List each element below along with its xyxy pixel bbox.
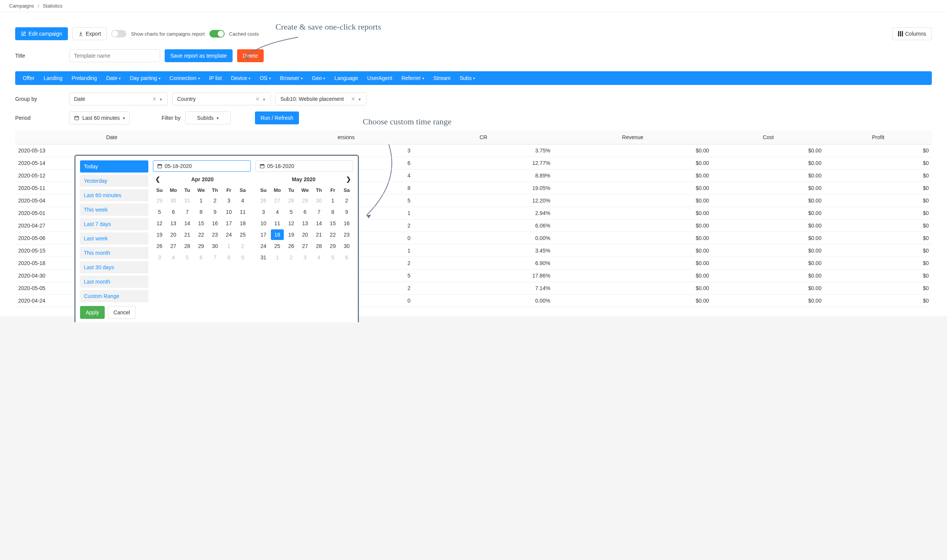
- calendar-day[interactable]: 27: [167, 241, 180, 251]
- table-header[interactable]: Profit: [824, 130, 932, 144]
- calendar-day[interactable]: 6: [167, 207, 180, 217]
- calendar-day[interactable]: 9: [208, 207, 222, 217]
- calendar-day[interactable]: 8: [326, 207, 340, 217]
- calendar-day[interactable]: 4: [271, 207, 284, 217]
- show-charts-toggle[interactable]: [111, 30, 126, 38]
- calendar-day[interactable]: 29: [326, 241, 340, 251]
- tab-connection[interactable]: Connection▾: [170, 75, 200, 81]
- calendar-day[interactable]: 31: [181, 195, 194, 206]
- calendar-day[interactable]: 12: [153, 218, 166, 229]
- calendar-day[interactable]: 26: [257, 195, 270, 206]
- calendar-day[interactable]: 1: [326, 195, 340, 206]
- calendar-day[interactable]: 28: [312, 241, 326, 251]
- date-range-last-week[interactable]: Last week: [80, 232, 148, 245]
- calendar-day[interactable]: 16: [340, 218, 353, 229]
- calendar-day[interactable]: 14: [181, 218, 194, 229]
- date-to-input[interactable]: 05-18-2020: [255, 160, 353, 172]
- calendar-day[interactable]: 18: [236, 218, 249, 229]
- calendar-day[interactable]: 1: [222, 241, 236, 251]
- clear-icon[interactable]: ✕: [152, 96, 157, 102]
- calendar-day[interactable]: 2: [208, 195, 222, 206]
- calendar-day[interactable]: 3: [153, 252, 166, 263]
- calendar-day[interactable]: 30: [312, 195, 326, 206]
- date-range-custom-range[interactable]: Custom Range: [80, 290, 148, 302]
- group-by-select-1[interactable]: Date ✕▼: [69, 93, 168, 105]
- date-from-input[interactable]: 05-18-2020: [153, 160, 251, 172]
- calendar-day[interactable]: 10: [222, 207, 236, 217]
- export-button[interactable]: Export: [72, 27, 107, 40]
- calendar-day[interactable]: 6: [299, 207, 312, 217]
- tab-date[interactable]: Date▾: [106, 75, 121, 81]
- table-header[interactable]: CR: [414, 130, 554, 144]
- calendar-day[interactable]: 28: [181, 241, 194, 251]
- calendar-day[interactable]: 4: [167, 252, 180, 263]
- tab-os[interactable]: OS▾: [260, 75, 271, 81]
- calendar-day[interactable]: 8: [195, 207, 208, 217]
- calendar-day[interactable]: 5: [181, 252, 194, 263]
- date-range-last-60-minutes[interactable]: Last 60 minutes: [80, 189, 148, 201]
- calendar-day[interactable]: 7: [181, 207, 194, 217]
- tab-ip-list[interactable]: IP list: [209, 75, 222, 81]
- calendar-day[interactable]: 1: [195, 195, 208, 206]
- calendar-day[interactable]: 20: [167, 229, 180, 240]
- tab-stream[interactable]: Stream: [433, 75, 450, 81]
- calendar-day[interactable]: 26: [285, 241, 298, 251]
- template-name-input[interactable]: [69, 49, 160, 62]
- calendar-day[interactable]: 4: [312, 252, 326, 263]
- calendar-day[interactable]: 30: [208, 241, 222, 251]
- group-by-select-3[interactable]: Sub10: Website placement ✕▼: [275, 93, 367, 105]
- calendar-day[interactable]: 30: [167, 195, 180, 206]
- tab-referrer[interactable]: Referrer▾: [401, 75, 424, 81]
- edit-campaign-button[interactable]: Edit campaign: [15, 27, 68, 40]
- table-header[interactable]: Revenue: [553, 130, 712, 144]
- calendar-prev-icon[interactable]: ❮: [153, 176, 162, 183]
- calendar-day[interactable]: 7: [312, 207, 326, 217]
- calendar-day[interactable]: 18: [271, 229, 284, 240]
- calendar-day[interactable]: 6: [195, 252, 208, 263]
- calendar-day[interactable]: 21: [312, 229, 326, 240]
- calendar-day[interactable]: 16: [208, 218, 222, 229]
- calendar-day[interactable]: 7: [208, 252, 222, 263]
- calendar-day[interactable]: 13: [299, 218, 312, 229]
- table-header[interactable]: [208, 130, 244, 144]
- tab-device[interactable]: Device▾: [231, 75, 251, 81]
- calendar-day[interactable]: 12: [285, 218, 298, 229]
- calendar-day[interactable]: 21: [181, 229, 194, 240]
- tab-useragent[interactable]: UserAgent: [367, 75, 392, 81]
- calendar-day[interactable]: 17: [257, 229, 270, 240]
- date-range-today[interactable]: Today: [80, 160, 148, 173]
- calendar-day[interactable]: 29: [299, 195, 312, 206]
- calendar-day[interactable]: 11: [236, 207, 249, 217]
- calendar-day[interactable]: 31: [257, 252, 270, 263]
- calendar-day[interactable]: 30: [340, 241, 353, 251]
- table-header[interactable]: Date: [15, 130, 208, 144]
- calendar-day[interactable]: 9: [340, 207, 353, 217]
- date-range-last-7-days[interactable]: Last 7 days: [80, 218, 148, 230]
- calendar-day[interactable]: 3: [222, 195, 236, 206]
- calendar-day[interactable]: 6: [340, 252, 353, 263]
- calendar-day[interactable]: 25: [271, 241, 284, 251]
- tab-offer[interactable]: Offer: [23, 75, 35, 81]
- calendar-day[interactable]: 4: [236, 195, 249, 206]
- calendar-day[interactable]: 27: [299, 241, 312, 251]
- calendar-day[interactable]: 5: [326, 252, 340, 263]
- calendar-day[interactable]: 19: [285, 229, 298, 240]
- tab-geo[interactable]: Geo▾: [312, 75, 325, 81]
- calendar-day[interactable]: 8: [222, 252, 236, 263]
- tab-day-parting[interactable]: Day parting▾: [130, 75, 160, 81]
- date-range-this-week[interactable]: This week: [80, 204, 148, 216]
- date-range-yesterday[interactable]: Yesterday: [80, 175, 148, 187]
- calendar-day[interactable]: 3: [299, 252, 312, 263]
- breadcrumb-statistics[interactable]: Statistics: [43, 3, 63, 9]
- calendar-day[interactable]: 11: [271, 218, 284, 229]
- calendar-day[interactable]: 15: [326, 218, 340, 229]
- cancel-button[interactable]: Cancel: [108, 306, 136, 319]
- tab-landing[interactable]: Landing: [44, 75, 63, 81]
- tab-language[interactable]: Language: [334, 75, 358, 81]
- calendar-day[interactable]: 5: [153, 207, 166, 217]
- table-header[interactable]: ersions: [279, 130, 414, 144]
- calendar-day[interactable]: 13: [167, 218, 180, 229]
- group-by-select-2[interactable]: Country ✕▼: [172, 93, 271, 105]
- run-refresh-button[interactable]: Run / Refresh: [255, 111, 299, 124]
- calendar-day[interactable]: 24: [222, 229, 236, 240]
